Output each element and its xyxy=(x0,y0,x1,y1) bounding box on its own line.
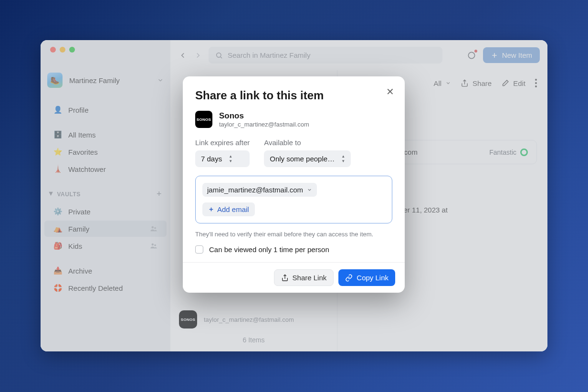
modal-title: Share a link to this item xyxy=(195,89,392,102)
view-once-checkbox-row[interactable]: Can be viewed only 1 time per person xyxy=(195,245,392,254)
item-icon: SONOS xyxy=(195,111,212,128)
checkbox-label: Can be viewed only 1 time per person xyxy=(209,245,329,254)
select-value: Only some people… xyxy=(270,155,335,163)
button-label: Copy Link xyxy=(357,274,388,282)
select-value: 7 days xyxy=(201,155,222,163)
link-icon xyxy=(345,274,353,282)
recipient-chip[interactable]: jamie_martinez@fastmail.com xyxy=(202,183,317,197)
share-link-button[interactable]: Share Link xyxy=(274,269,334,286)
item-subtitle: taylor_c_martinez@fastmail.com xyxy=(219,121,309,128)
stepper-icon: ▲▼ xyxy=(229,154,232,163)
copy-link-button[interactable]: Copy Link xyxy=(338,269,395,286)
recipients-box[interactable]: jamie_martinez@fastmail.com Add email xyxy=(195,176,392,223)
share-icon xyxy=(281,274,289,282)
button-label: Share Link xyxy=(293,274,327,282)
close-modal-button[interactable]: ✕ xyxy=(386,86,394,97)
add-email-button[interactable]: Add email xyxy=(202,202,255,216)
plus-icon xyxy=(208,206,214,212)
item-name: Sonos xyxy=(219,111,309,121)
available-label: Available to xyxy=(264,138,351,147)
expires-label: Link expires after xyxy=(195,138,250,147)
checkbox[interactable] xyxy=(195,245,203,254)
chip-email: jamie_martinez@fastmail.com xyxy=(207,186,303,194)
available-select[interactable]: Only some people… ▲▼ xyxy=(264,150,351,167)
modal-item-summary: SONOS Sonos taylor_c_martinez@fastmail.c… xyxy=(195,111,392,128)
share-link-modal: ✕ Share a link to this item SONOS Sonos … xyxy=(183,76,405,293)
hint-text: They'll need to verify their email befor… xyxy=(195,230,392,239)
button-label: Add email xyxy=(217,205,249,213)
stepper-icon: ▲▼ xyxy=(341,154,345,163)
expires-select[interactable]: 7 days ▲▼ xyxy=(195,150,250,167)
modal-footer: Share Link Copy Link xyxy=(183,262,405,293)
chevron-down-icon xyxy=(307,187,312,192)
